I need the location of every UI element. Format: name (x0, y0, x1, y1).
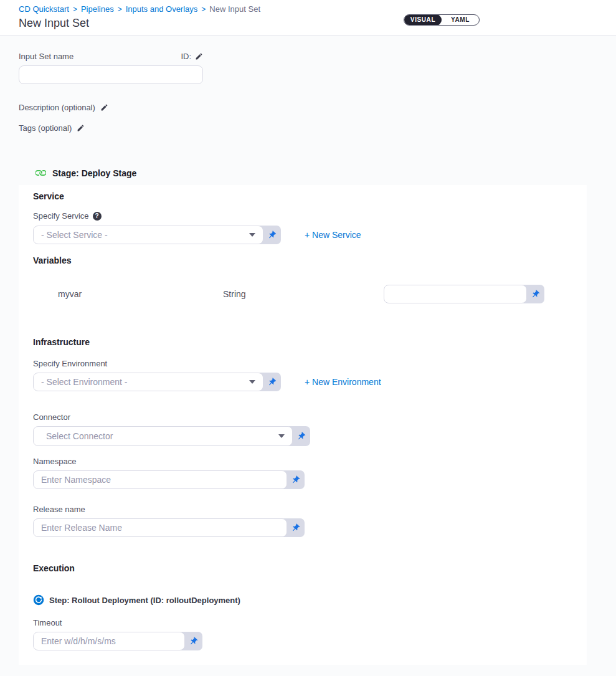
select-connector-dropdown[interactable]: Select Connector (33, 426, 293, 446)
new-service-link[interactable]: + New Service (305, 230, 361, 240)
tags-label: Tags (optional) (19, 123, 72, 133)
pushpin-icon (186, 634, 199, 647)
breadcrumb-inputs-and-overlays[interactable]: Inputs and Overlays (126, 4, 198, 14)
edit-description-icon[interactable] (100, 103, 108, 112)
select-environment-dropdown[interactable]: - Select Environment - (33, 373, 263, 391)
page-title: New Input Set (19, 17, 616, 30)
pushpin-icon (294, 429, 307, 442)
select-environment-placeholder: - Select Environment - (41, 377, 128, 387)
stage-header: Stage: Deploy Stage (36, 168, 616, 178)
page-header: CD Quickstart>Pipelines>Inputs and Overl… (0, 0, 616, 36)
new-environment-link[interactable]: + New Environment (305, 377, 381, 387)
breadcrumb: CD Quickstart>Pipelines>Inputs and Overl… (19, 4, 616, 14)
tab-visual[interactable]: VISUAL (404, 14, 442, 26)
breadcrumb-separator: > (73, 5, 77, 14)
name-field-label: Input Set name (19, 52, 73, 61)
input-set-name-field[interactable] (19, 65, 203, 84)
id-label: ID: (181, 52, 191, 61)
service-section-title: Service (33, 191, 587, 201)
description-label: Description (optional) (19, 103, 95, 112)
rollout-step-icon (33, 594, 44, 606)
pushpin-icon (265, 375, 278, 388)
release-name-label: Release name (33, 505, 85, 514)
edit-tags-icon[interactable] (77, 124, 85, 132)
release-name-field[interactable] (33, 518, 287, 537)
step-header: Step: Rollout Deployment (ID: rolloutDep… (33, 594, 587, 606)
visual-yaml-toggle: VISUAL YAML (404, 14, 480, 26)
connector-label: Connector (33, 412, 70, 422)
select-service-placeholder: - Select Service - (41, 230, 108, 240)
timeout-label: Timeout (33, 618, 62, 627)
variable-value-field[interactable] (384, 285, 527, 303)
edit-id-icon[interactable] (195, 52, 203, 60)
stage-link-icon (36, 168, 46, 178)
step-title: Step: Rollout Deployment (ID: rolloutDep… (49, 596, 240, 605)
timeout-field[interactable] (33, 632, 185, 650)
input-set-meta-form: Input Set name ID: Description (optional… (0, 36, 616, 133)
pushpin-icon (288, 473, 301, 486)
namespace-field[interactable] (33, 470, 287, 489)
breadcrumb-separator: > (118, 5, 122, 14)
select-service-dropdown[interactable]: - Select Service - (33, 226, 263, 244)
stage-title: Stage: Deploy Stage (52, 168, 136, 178)
specify-service-label: Specify Service (33, 211, 89, 221)
variables-section-title: Variables (33, 255, 587, 265)
chevron-down-icon (249, 380, 255, 384)
chevron-down-icon (249, 233, 255, 237)
select-connector-placeholder: Select Connector (46, 431, 113, 441)
variable-row: myvar String (58, 285, 587, 303)
breadcrumb-separator: > (201, 5, 206, 14)
tab-yaml[interactable]: YAML (442, 14, 479, 26)
breadcrumb-pipelines[interactable]: Pipelines (81, 4, 114, 14)
breadcrumb-current: New Input Set (209, 4, 260, 14)
specify-environment-label: Specify Environment (33, 359, 107, 368)
pushpin-icon (528, 287, 541, 300)
help-icon[interactable]: ? (93, 212, 102, 221)
infrastructure-section-title: Infrastructure (33, 337, 587, 347)
execution-section-title: Execution (33, 563, 587, 573)
breadcrumb-cd-quickstart[interactable]: CD Quickstart (19, 4, 69, 14)
pushpin-icon (288, 521, 301, 534)
namespace-label: Namespace (33, 457, 76, 466)
pushpin-icon (265, 228, 278, 241)
stage-runtime-inputs-card: Service Specify Service ? - Select Servi… (19, 185, 587, 665)
variable-type: String (223, 289, 384, 299)
chevron-down-icon (278, 434, 285, 438)
variable-name: myvar (58, 289, 223, 299)
